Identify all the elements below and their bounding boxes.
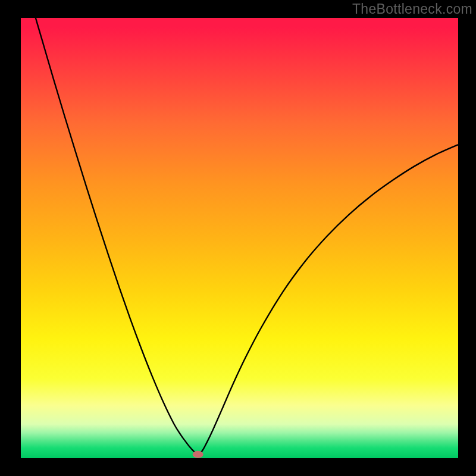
chart-svg <box>21 18 458 458</box>
plot-area <box>21 18 458 458</box>
chart-frame: TheBottleneck.com <box>0 0 476 476</box>
bottleneck-curve <box>21 18 458 455</box>
watermark-text: TheBottleneck.com <box>352 1 472 17</box>
valley-marker <box>193 451 203 458</box>
